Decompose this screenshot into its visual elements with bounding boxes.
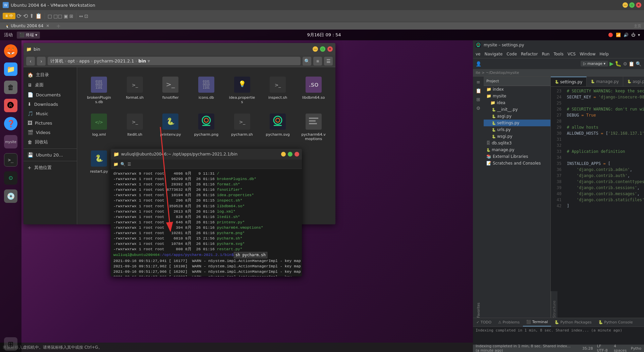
fm-view-button[interactable]: ≡ (313, 57, 322, 65)
ide-toolbar-btn3[interactable]: 🔍 (636, 61, 641, 67)
file-item-pycharm-svg[interactable]: pycharm.svg (261, 109, 294, 144)
vmware-pause-button[interactable]: ⏸ 中 (3, 13, 15, 19)
ide-menu-code[interactable]: Code (506, 52, 517, 56)
sidebar-item-pictures[interactable]: 🖼 Pictures (23, 118, 77, 128)
fm-back-button[interactable]: ‹ (26, 57, 35, 65)
sidebar-item-ubuntu[interactable]: 💾 Ubuntu 20... (23, 150, 77, 160)
dock-item-appcenter[interactable]: 🅐 (3, 97, 19, 114)
vmware-toolbar-btn2[interactable]: ⟲ (23, 12, 28, 19)
file-item-printenv[interactable]: 🐍 printenv.py (154, 109, 187, 144)
ide-menu-vcs[interactable]: VCS (568, 52, 576, 56)
ide-tab-settings[interactable]: 🐍 settings.py (551, 77, 587, 86)
ide-tree-item-scratches[interactable]: 📝 Scratches and Consoles (484, 160, 550, 167)
ide-menu-tools[interactable]: Tools (553, 52, 564, 56)
ide-toolbar-btn2[interactable]: 📋 (629, 61, 634, 67)
vmware-toolbar-btn4[interactable]: 📋 (35, 13, 42, 19)
vmware-maximize-button[interactable]: □ (629, 2, 635, 8)
sidebar-item-desktop[interactable]: 🖥 桌面 (23, 80, 77, 90)
dock-item-mysite[interactable]: mysite (3, 134, 19, 150)
ide-left-icon2[interactable]: 📋 (476, 88, 481, 93)
ide-toolbar-btn1[interactable]: ⚙ (623, 61, 627, 67)
ide-tree-item-wsgi[interactable]: 🐍 wsgi.py (484, 133, 550, 140)
fm-minimize-button[interactable]: — (313, 46, 318, 52)
ide-menu-window[interactable]: Window (580, 52, 595, 56)
dock-item-trash[interactable]: 🗑 (3, 79, 19, 95)
ide-tab-python-packages[interactable]: 🐍 Python Packages (551, 318, 595, 326)
dock-item-apps[interactable]: ⊞ (3, 336, 19, 352)
vmware-close-button[interactable]: ✕ (636, 2, 641, 8)
ide-tree-item-index[interactable]: 📁 index (484, 86, 550, 93)
breadcrumb-bin[interactable]: bin (138, 58, 146, 63)
breadcrumb-dropdown-icon[interactable]: ▾ (148, 58, 150, 64)
ide-tree-item-settings[interactable]: 🐍 settings.py (484, 120, 550, 126)
ide-tree-item-db[interactable]: 🗄 db.sqlite3 (484, 140, 550, 146)
ide-code-content[interactable]: # SECURITY WARNING: keep the secret key … (564, 87, 644, 291)
close-tab-icon[interactable]: ✕ (46, 24, 49, 28)
term-content[interactable]: drwxrwxrwx 9 root root 4096 9月 9 11:31 /… (111, 169, 302, 276)
vmware-toolbar-btn5[interactable]: □ (48, 13, 52, 19)
add-tab-button[interactable]: + (56, 23, 60, 29)
ide-run-button[interactable]: ▶ (609, 60, 613, 67)
ide-menu-ve[interactable]: ve (476, 52, 480, 56)
ide-tab-problems[interactable]: ⚠ Problems (495, 318, 523, 326)
ide-manage-button[interactable]: ▷ manage ▾ (581, 61, 608, 67)
term-maximize-button[interactable] (288, 152, 292, 157)
file-item-format[interactable]: >_ format.sh (118, 73, 152, 107)
activities-button[interactable]: 活动 (4, 32, 13, 38)
ide-tab-python-console[interactable]: 🐍 Python Console (595, 318, 636, 326)
vmware-toolbar-btn3[interactable]: ⬆ (30, 13, 34, 19)
ide-tree-item-idea[interactable]: 📁 idea (484, 99, 550, 106)
ide-tree-item-mysite[interactable]: 📁 mysite (484, 93, 550, 99)
vmware-toolbar-btn7[interactable]: ▣ (64, 13, 68, 19)
ide-tree-item-manage[interactable]: 🐍 manage.py (484, 146, 550, 153)
panel-datetime[interactable]: 9月16日 09：54 (307, 32, 341, 38)
vmware-toolbar-btn6[interactable]: □□ (53, 13, 62, 19)
ide-menu-refactor[interactable]: Refactor (521, 52, 538, 56)
ide-tab-terminal[interactable]: ⬛ Terminal (523, 318, 551, 326)
vmware-menu-home[interactable]: 主页 (634, 24, 641, 29)
vmware-minimize-button[interactable]: — (623, 2, 628, 8)
file-item-fsnotifier[interactable]: >_ fsnotifier (154, 73, 187, 107)
sidebar-item-downloads[interactable]: ⬇ Downloads (23, 99, 77, 109)
ide-left-icon4[interactable]: ⚙ (476, 105, 481, 111)
ide-debug-button[interactable]: 🐛 (615, 60, 622, 67)
breadcrumb-pycharm[interactable]: pycharm-2021.2.1 (94, 58, 134, 63)
file-item-log[interactable]: </> log.xml (83, 109, 116, 144)
ide-menu-help[interactable]: Help (600, 52, 609, 56)
fm-search-button[interactable]: 🔍 (303, 57, 311, 65)
vmware-window-controls[interactable]: — □ ✕ (623, 2, 641, 8)
dock-item-files[interactable]: 📁 (3, 61, 19, 77)
file-item-libdbm[interactable]: .so libdbm64.so (297, 73, 330, 107)
ide-tree-item-urls[interactable]: 🐍 urls.py (484, 126, 550, 133)
fm-menu-button[interactable]: ☰ (324, 57, 333, 65)
vmware-toolbar-btn10[interactable]: ⊡ (85, 13, 89, 19)
terminal-dropdown-icon[interactable]: ▾ (35, 33, 37, 37)
dock-item-terminal[interactable]: >_ (3, 152, 19, 168)
term-search-btn[interactable]: 🔍 (120, 162, 125, 167)
panel-audio-icon[interactable]: 🔊 (624, 33, 629, 37)
vmware-toolbar-btn8[interactable]: ⊞ (69, 13, 73, 19)
breadcrumb-apps[interactable]: apps (79, 58, 90, 63)
dock-item-dvd[interactable]: 💿 (3, 188, 19, 204)
dock-item-help[interactable]: ❓ (3, 116, 19, 132)
dock-item-pycharm[interactable]: ⊙ (3, 170, 19, 186)
ide-tree-item-external[interactable]: 📚 External Libraries (484, 153, 550, 160)
ide-tab-manage[interactable]: 🐍 manage.py (587, 77, 623, 86)
file-item-icons[interactable]: 0101 0010 1101 icons.db (190, 73, 223, 107)
sidebar-item-trash[interactable]: 🗑 回收站 (23, 137, 77, 147)
ide-tab-todo[interactable]: ✓ TODO (473, 318, 495, 326)
file-item-pycharm-sh[interactable]: >_ pycharm.sh (225, 109, 259, 144)
ide-project-tree[interactable]: 📁 index 📁 mysite 📁 idea 🐍 __init__.py (484, 86, 550, 318)
file-item-idea[interactable]: 💡 idea.properties (225, 73, 259, 107)
fm-forward-button[interactable]: › (37, 57, 46, 65)
ide-left-icon1[interactable]: ≡ (476, 79, 480, 85)
term-menu-btn[interactable]: ☰ (127, 162, 131, 167)
ide-tree-item-asgi[interactable]: 🐍 asgi.py (484, 113, 550, 120)
file-item-inspect[interactable]: >_ inspect.sh (261, 73, 294, 107)
ide-tab-asgi[interactable]: 🐍 asgi.py (623, 77, 644, 86)
breadcrumb-opt[interactable]: opt (68, 58, 75, 63)
ide-menu-run[interactable]: Run (542, 52, 549, 56)
vmware-toolbar-btn9[interactable]: ↔ (79, 13, 83, 19)
term-new-tab-btn[interactable]: 📁 (113, 162, 118, 167)
panel-network-icon[interactable]: 📶 (616, 33, 621, 37)
